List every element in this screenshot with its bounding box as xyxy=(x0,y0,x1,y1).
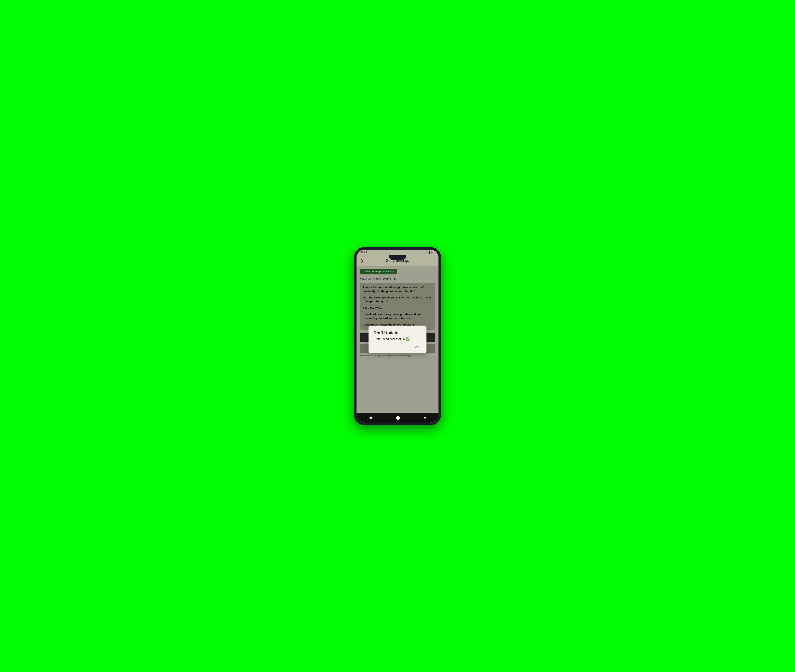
bottom-nav-bar: ◀ ⬤ ■ xyxy=(356,413,439,422)
back-chevron-icon[interactable]: ❯ xyxy=(360,258,364,264)
main-content: hackernoon-app-review × Make Your Story … xyxy=(356,266,439,413)
phone-screen: 12:47 ▲ ▐▐ ▭ ❯ Story Settings hackernoon… xyxy=(356,250,439,422)
dialog-overlay: Draft Update Draft Saved successfully ✅ … xyxy=(356,266,439,413)
dialog-actions: OK xyxy=(373,345,422,350)
dialog-body: Draft Saved successfully ✅ xyxy=(373,338,422,341)
draft-update-dialog: Draft Update Draft Saved successfully ✅ … xyxy=(369,326,426,353)
dialog-ok-button[interactable]: OK xyxy=(414,345,422,350)
status-icons: ▲ ▐▐ ▭ xyxy=(425,251,434,254)
dialog-title: Draft Update xyxy=(373,331,422,335)
status-bar: 12:47 ▲ ▐▐ ▭ xyxy=(356,250,439,255)
status-time: 12:47 xyxy=(361,251,367,254)
phone-device: 12:47 ▲ ▐▐ ▭ ❯ Story Settings hackernoon… xyxy=(354,247,441,425)
back-nav-button[interactable]: ◀ xyxy=(367,414,373,422)
battery-icon: ▭ xyxy=(432,251,434,254)
signal-icon: ▐▐ xyxy=(428,251,431,254)
recents-nav-button[interactable]: ■ xyxy=(423,414,428,421)
wifi-icon: ▲ xyxy=(425,251,428,254)
notch xyxy=(389,255,406,260)
home-nav-button[interactable]: ⬤ xyxy=(394,414,402,422)
